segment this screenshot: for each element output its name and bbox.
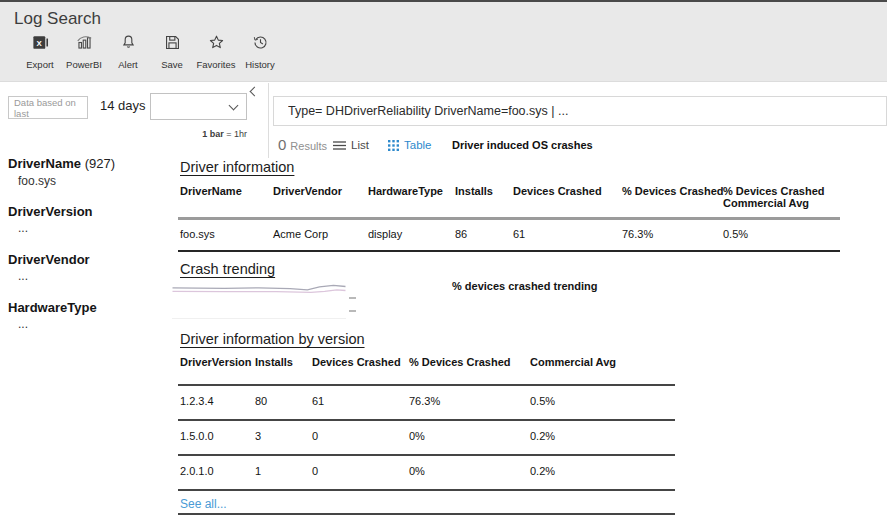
- cell-driverversion: 2.0.1.0: [178, 455, 253, 490]
- facet-driverversion: DriverVersion: [8, 204, 93, 219]
- history-icon: [251, 33, 270, 56]
- list-view-label: List: [351, 139, 369, 151]
- time-range-dropdown[interactable]: [150, 93, 247, 120]
- svg-text:X: X: [36, 39, 42, 48]
- cell-installs: 3: [253, 420, 310, 455]
- facet-drivername-label: DriverName: [8, 156, 81, 171]
- table-header-row: DriverVersion Installs Devices Crashed %…: [178, 352, 675, 385]
- bar-scale-label: 1 bar = 1hr: [150, 129, 247, 139]
- table-row: 2.0.1.0 1 0 0% 0.2%: [178, 455, 675, 490]
- cell-commercial-avg: 0.5%: [528, 385, 675, 420]
- cell-installs: 86: [453, 219, 511, 252]
- bell-icon: [119, 33, 138, 56]
- panel-divider: [268, 83, 269, 158]
- duration-value: 14 days: [100, 98, 146, 113]
- alert-button[interactable]: Alert: [106, 33, 150, 70]
- save-label: Save: [161, 59, 183, 70]
- facet-drivername-value[interactable]: foo.sys: [18, 174, 56, 188]
- alert-label: Alert: [118, 59, 138, 70]
- cell-installs: 80: [253, 385, 310, 420]
- cell-pct-devices-crashed: 0%: [407, 420, 528, 455]
- see-all-row: See all...: [178, 490, 675, 514]
- history-button[interactable]: History: [238, 33, 282, 70]
- table-grid-icon: [388, 140, 399, 151]
- facet-drivervendor-value[interactable]: ...: [18, 269, 28, 283]
- crash-trending-title: Crash trending: [180, 261, 275, 277]
- cell-drivername: foo.sys: [178, 219, 271, 252]
- axis-tick: [349, 310, 356, 312]
- favorites-label: Favorites: [196, 59, 235, 70]
- cell-pct-devices-crashed: 0%: [407, 455, 528, 490]
- list-view-toggle[interactable]: List: [333, 139, 369, 151]
- cell-pct-commercial-avg: 0.5%: [721, 219, 840, 252]
- cell-driverversion: 1.2.3.4: [178, 385, 253, 420]
- results-count-number: 0: [278, 136, 286, 153]
- facet-drivervendor: DriverVendor: [8, 252, 90, 267]
- table-view-label: Table: [404, 139, 432, 151]
- cell-hardwaretype: display: [366, 219, 453, 252]
- cell-commercial-avg: 0.2%: [528, 420, 675, 455]
- powerbi-button[interactable]: PowerBI: [62, 33, 106, 70]
- col-drivername: DriverName: [178, 183, 271, 219]
- facet-driverversion-value[interactable]: ...: [18, 221, 28, 235]
- export-label: Export: [26, 59, 53, 70]
- export-button[interactable]: X Export: [18, 33, 62, 70]
- facet-driverversion-label: DriverVersion: [8, 204, 93, 219]
- page-title: Log Search: [14, 9, 101, 29]
- history-label: History: [245, 59, 275, 70]
- facet-hardwaretype-label: HardwareType: [8, 300, 97, 315]
- facet-hardwaretype: HardwareType: [8, 300, 97, 315]
- facet-drivername-count: (927): [85, 156, 115, 171]
- cell-driverversion: 1.5.0.0: [178, 420, 253, 455]
- cell-drivervendor: Acme Corp: [271, 219, 366, 252]
- save-icon: [163, 33, 182, 56]
- cell-devices-crashed: 0: [310, 455, 407, 490]
- driver-information-table: DriverName DriverVendor HardwareType Ins…: [178, 183, 840, 252]
- col-driverversion: DriverVersion: [178, 352, 253, 385]
- driver-by-version-table: DriverVersion Installs Devices Crashed %…: [178, 352, 675, 515]
- context-label: Driver induced OS crashes: [452, 139, 593, 151]
- bar-scale-rest: = 1hr: [224, 129, 247, 139]
- col-commercial-avg: Commercial Avg: [528, 352, 675, 385]
- save-button[interactable]: Save: [150, 33, 194, 70]
- cell-commercial-avg: 0.2%: [528, 455, 675, 490]
- facet-hardwaretype-value[interactable]: ...: [18, 317, 28, 331]
- axis-tick: [349, 297, 356, 299]
- cell-devices-crashed: 0: [310, 420, 407, 455]
- col-pct-devices-crashed: % Devices Crashed: [407, 352, 528, 385]
- cell-pct-devices-crashed: 76.3%: [620, 219, 721, 252]
- results-count: 0Results: [278, 136, 327, 153]
- excel-export-icon: X: [31, 33, 50, 56]
- cell-pct-devices-crashed: 76.3%: [407, 385, 528, 420]
- facet-drivername: DriverName (927): [8, 156, 115, 171]
- driver-information-title: Driver information: [180, 159, 294, 175]
- col-devices-crashed: Devices Crashed: [310, 352, 407, 385]
- driver-by-version-title: Driver information by version: [180, 331, 365, 347]
- powerbi-icon: [75, 33, 94, 56]
- table-row: 1.2.3.4 80 61 76.3% 0.5%: [178, 385, 675, 420]
- table-row: foo.sys Acme Corp display 86 61 76.3% 0.…: [178, 219, 840, 252]
- powerbi-label: PowerBI: [66, 59, 102, 70]
- collapse-panel-icon[interactable]: [250, 87, 260, 97]
- table-view-toggle[interactable]: Table: [388, 139, 432, 151]
- favorites-button[interactable]: Favorites: [194, 33, 238, 70]
- chart-legend-label: % devices crashed trending: [452, 280, 598, 292]
- col-installs: Installs: [453, 183, 511, 219]
- chevron-down-icon: [229, 101, 239, 111]
- search-query-input[interactable]: [273, 96, 887, 126]
- col-devices-crashed: Devices Crashed: [511, 183, 620, 219]
- cell-devices-crashed: 61: [310, 385, 407, 420]
- bar-scale-bold: 1 bar: [202, 129, 224, 139]
- data-based-on-last-label: Data based on last: [8, 96, 88, 119]
- star-icon: [207, 33, 226, 56]
- see-all-link[interactable]: See all...: [180, 497, 227, 511]
- cell-installs: 1: [253, 455, 310, 490]
- toolbar: X Export PowerBI Alert Save: [18, 33, 282, 70]
- facet-drivervendor-label: DriverVendor: [8, 252, 90, 267]
- list-icon: [333, 140, 346, 151]
- crash-trending-chart: [172, 282, 360, 322]
- col-hardwaretype: HardwareType: [366, 183, 453, 219]
- col-drivervendor: DriverVendor: [271, 183, 366, 219]
- table-row: 1.5.0.0 3 0 0% 0.2%: [178, 420, 675, 455]
- cell-devices-crashed: 61: [511, 219, 620, 252]
